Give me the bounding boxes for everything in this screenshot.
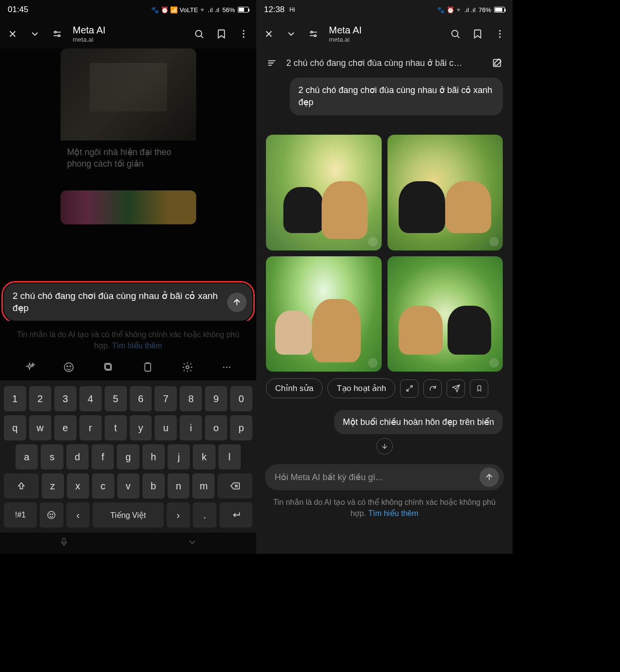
period-key[interactable]: . (193, 502, 217, 528)
generated-image-3[interactable] (266, 256, 382, 372)
key-e[interactable]: e (54, 415, 77, 440)
key-f[interactable]: f (92, 444, 114, 469)
keyboard-row-bottom: !#1 ‹ Tiếng Việt › . (2, 500, 254, 530)
key-l[interactable]: l (218, 444, 241, 469)
key-h[interactable]: h (142, 444, 165, 469)
settings-sliders-icon[interactable] (307, 27, 320, 41)
svg-point-23 (499, 30, 500, 31)
expand-icon[interactable] (400, 379, 418, 398)
svg-point-2 (196, 31, 202, 37)
generated-image-1[interactable] (266, 135, 382, 250)
bookmark-icon[interactable] (215, 27, 228, 41)
key-g[interactable]: g (117, 444, 139, 469)
key-8[interactable]: 8 (180, 386, 202, 411)
key-n[interactable]: n (168, 473, 190, 499)
share-icon[interactable] (447, 379, 465, 398)
close-icon[interactable] (262, 27, 276, 41)
more-icon[interactable] (237, 27, 250, 41)
key-4[interactable]: 4 (79, 386, 102, 411)
search-icon[interactable] (449, 27, 462, 41)
menu-icon[interactable] (265, 56, 279, 70)
scroll-down-button[interactable] (376, 438, 393, 454)
gear-icon[interactable] (182, 361, 193, 375)
sparkle-icon[interactable] (24, 361, 35, 375)
more-dots-icon[interactable] (221, 361, 232, 375)
key-a[interactable]: a (16, 444, 38, 469)
backspace-key[interactable] (217, 473, 252, 499)
shift-key[interactable] (4, 473, 39, 499)
generated-image-2[interactable] (388, 135, 503, 250)
page-url: meta.ai (329, 36, 440, 43)
key-r[interactable]: r (79, 415, 102, 440)
bookmark-action-icon[interactable] (470, 379, 488, 398)
learn-more-link[interactable]: Tìm hiểu thêm (368, 509, 418, 517)
search-icon[interactable] (192, 27, 206, 41)
next-key[interactable]: › (167, 502, 190, 528)
send-button[interactable] (480, 468, 499, 487)
key-1[interactable]: 1 (4, 386, 26, 411)
symbols-key[interactable]: !#1 (4, 502, 37, 528)
close-icon[interactable] (6, 27, 19, 41)
settings-sliders-icon[interactable] (50, 27, 64, 41)
prompt-input[interactable]: 2 chú chó đang chơi đùa cùng nhau ở bãi … (4, 283, 252, 321)
clipboard-icon[interactable] (142, 361, 154, 375)
chevron-down-icon[interactable] (284, 27, 298, 41)
space-key[interactable]: Tiếng Việt (93, 502, 163, 528)
hide-keyboard-icon[interactable] (187, 537, 198, 549)
emoji-icon[interactable] (63, 361, 75, 375)
edit-button[interactable]: Chỉnh sửa (266, 378, 323, 398)
key-9[interactable]: 9 (205, 386, 227, 411)
key-p[interactable]: p (230, 415, 252, 440)
new-chat-icon[interactable] (490, 56, 504, 70)
generated-image-4[interactable] (388, 256, 503, 372)
status-right: 🐾 ⏰ ᯤ .ıl .ıl 76% (437, 6, 505, 14)
keyboard-toolbar (0, 356, 256, 380)
key-x[interactable]: x (67, 473, 89, 499)
svg-point-13 (223, 367, 225, 368)
key-t[interactable]: t (105, 415, 127, 440)
prompt-input[interactable]: Hỏi Meta AI bất kỳ điều gì... (265, 464, 504, 490)
key-o[interactable]: o (205, 415, 227, 440)
key-k[interactable]: k (193, 444, 215, 469)
send-button[interactable] (227, 293, 247, 312)
svg-point-7 (67, 366, 68, 367)
key-5[interactable]: 5 (105, 386, 127, 411)
mic-icon[interactable] (59, 537, 69, 549)
key-0[interactable]: 0 (230, 386, 252, 411)
animate-button[interactable]: Tạo hoạt ảnh (327, 378, 395, 398)
key-2[interactable]: 2 (29, 386, 51, 411)
key-s[interactable]: s (41, 444, 63, 469)
ai-disclaimer: Tin nhắn là do AI tạo và có thể không ch… (256, 490, 512, 524)
chevron-down-icon[interactable] (28, 27, 42, 41)
gallery-icon[interactable] (103, 361, 114, 375)
status-time: 01:45 (8, 5, 29, 15)
key-w[interactable]: w (29, 415, 51, 440)
key-3[interactable]: 3 (54, 386, 77, 411)
key-b[interactable]: b (142, 473, 165, 499)
suggestion-card[interactable]: Một ngôi nhà hiện đại theo phong cách tố… (61, 48, 196, 176)
key-i[interactable]: i (180, 415, 202, 440)
key-y[interactable]: y (130, 415, 152, 440)
key-z[interactable]: z (42, 473, 64, 499)
learn-more-link[interactable]: Tìm hiểu thêm (112, 342, 162, 350)
key-6[interactable]: 6 (130, 386, 152, 411)
suggestion-card-2[interactable] (61, 190, 196, 224)
keyboard-row-2: asdfghjkl (2, 442, 254, 471)
key-d[interactable]: d (66, 444, 89, 469)
key-v[interactable]: v (117, 473, 140, 499)
key-j[interactable]: j (168, 444, 190, 469)
emoji-key[interactable] (40, 502, 63, 528)
key-u[interactable]: u (155, 415, 177, 440)
svg-rect-11 (145, 363, 151, 371)
bookmark-icon[interactable] (471, 27, 484, 41)
key-c[interactable]: c (92, 473, 114, 499)
refresh-icon[interactable] (423, 379, 442, 398)
prev-key[interactable]: ‹ (66, 502, 90, 528)
svg-point-24 (499, 33, 500, 34)
svg-point-17 (50, 514, 51, 515)
enter-key[interactable] (219, 502, 252, 528)
key-m[interactable]: m (192, 473, 215, 499)
key-7[interactable]: 7 (155, 386, 177, 411)
more-icon[interactable] (493, 27, 507, 41)
key-q[interactable]: q (4, 415, 26, 440)
